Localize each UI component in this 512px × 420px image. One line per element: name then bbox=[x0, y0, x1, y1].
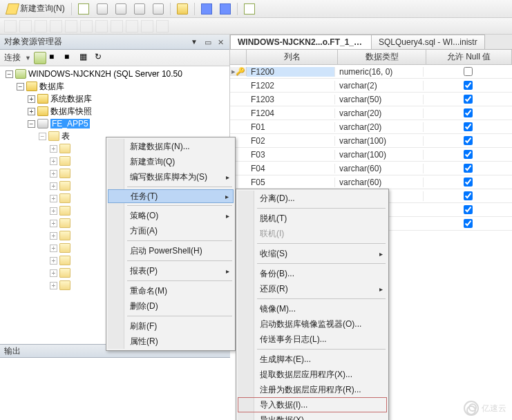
allow-null-checkbox[interactable] bbox=[464, 150, 473, 159]
cell-name[interactable]: F1203 bbox=[247, 95, 335, 104]
tree-server-node[interactable]: − WINDOWS-NJCKN2H (SQL Server 10.50 bbox=[3, 68, 229, 80]
menu-policy[interactable]: 策略(O)▸ bbox=[108, 208, 234, 223]
menu-import-data[interactable]: 导入数据(I)... bbox=[238, 397, 387, 412]
ghost-btn[interactable] bbox=[126, 20, 138, 32]
ghost-btn[interactable] bbox=[111, 20, 123, 32]
ghost-btn[interactable] bbox=[19, 20, 32, 32]
ghost-btn[interactable] bbox=[156, 20, 169, 32]
menu-new-db[interactable]: 新建数据库(N)... bbox=[108, 139, 234, 154]
table-row[interactable]: F02varchar(100) bbox=[230, 134, 512, 148]
ghost-btn[interactable] bbox=[35, 20, 47, 32]
menu-register-dt[interactable]: 注册为数据层应用程序(R)... bbox=[238, 382, 387, 397]
collapse-icon[interactable]: − bbox=[39, 133, 46, 140]
cell-name[interactable]: F1204 bbox=[247, 108, 335, 118]
expand-icon[interactable]: + bbox=[28, 108, 35, 115]
menu-extract-dt[interactable]: 提取数据层应用程序(X)... bbox=[238, 367, 387, 382]
cell-type[interactable]: varchar(2) bbox=[335, 81, 424, 90]
menu-script-as[interactable]: 编写数据库脚本为(S)▸ bbox=[108, 169, 234, 184]
table-row[interactable]: F05varchar(60) bbox=[230, 175, 512, 189]
cell-type[interactable]: varchar(100) bbox=[335, 150, 424, 160]
collapse-icon[interactable]: − bbox=[17, 83, 24, 90]
tb-open[interactable] bbox=[174, 1, 191, 17]
connect-label[interactable]: 连接 bbox=[4, 52, 21, 64]
menu-tasks[interactable]: 任务(T)▸ bbox=[108, 189, 234, 203]
col-type-header[interactable]: 数据类型 bbox=[338, 50, 426, 64]
tab-other[interactable]: SQLQuery4.sql - WI...inistr bbox=[371, 35, 485, 49]
menu-refresh[interactable]: 刷新(F) bbox=[108, 318, 234, 334]
ghost-btn[interactable] bbox=[50, 20, 62, 32]
dropdown-caret-icon[interactable]: ▼ bbox=[25, 55, 31, 61]
menu-new-query[interactable]: 新建查询(Q) bbox=[108, 154, 234, 169]
menu-reports[interactable]: 报表(P)▸ bbox=[108, 263, 234, 278]
tb-ico[interactable]: ▦ bbox=[79, 52, 92, 64]
tb-btn-5[interactable] bbox=[150, 1, 167, 17]
ghost-btn[interactable] bbox=[95, 20, 108, 32]
tree-db-root[interactable]: − 数据库 bbox=[3, 80, 229, 93]
grid-body[interactable]: ▸🔑F1200numeric(16, 0)F1202varchar(2)F120… bbox=[230, 65, 512, 189]
collapse-icon[interactable]: − bbox=[6, 70, 13, 78]
allow-null-checkbox[interactable] bbox=[464, 219, 473, 228]
ghost-btn[interactable] bbox=[4, 20, 17, 32]
menu-shrink[interactable]: 收缩(S)▸ bbox=[238, 246, 387, 261]
col-null-header[interactable]: 允许 Null 值 bbox=[426, 50, 512, 64]
table-row[interactable]: F03varchar(100) bbox=[230, 148, 512, 162]
tb-ico[interactable]: ■ bbox=[64, 52, 77, 64]
tree-sysdb[interactable]: + 系统数据库 bbox=[3, 93, 229, 105]
cell-name[interactable]: F01 bbox=[247, 122, 335, 132]
pin-icon[interactable]: ▭ bbox=[203, 37, 213, 47]
table-row[interactable]: F1204varchar(20) bbox=[230, 106, 512, 120]
collapse-icon[interactable]: − bbox=[28, 120, 35, 128]
new-query-button[interactable]: 新建查询(N) bbox=[4, 1, 68, 17]
table-row[interactable]: F1202varchar(2) bbox=[230, 79, 512, 93]
allow-null-checkbox[interactable] bbox=[464, 122, 473, 131]
cell-type[interactable]: varchar(20) bbox=[335, 122, 424, 132]
menu-gen-script[interactable]: 生成脚本(E)... bbox=[238, 352, 387, 367]
menu-mirror[interactable]: 镜像(M)... bbox=[238, 301, 387, 316]
expand-icon[interactable]: + bbox=[28, 95, 35, 103]
tb-btn-2[interactable] bbox=[94, 1, 111, 17]
cell-type[interactable]: varchar(20) bbox=[335, 108, 424, 118]
table-row[interactable]: F04varchar(60) bbox=[230, 162, 512, 175]
tb-ico[interactable]: ■ bbox=[49, 52, 61, 64]
menu-rename[interactable]: 重命名(M) bbox=[108, 283, 234, 298]
tree-dbsnap[interactable]: + 数据库快照 bbox=[3, 105, 229, 117]
cell-type[interactable]: varchar(50) bbox=[335, 95, 424, 104]
cell-name[interactable]: F02 bbox=[247, 136, 335, 146]
ghost-btn[interactable] bbox=[141, 20, 153, 32]
menu-powershell[interactable]: 启动 PowerShell(H) bbox=[108, 243, 234, 258]
menu-ship-log[interactable]: 传送事务日志(L)... bbox=[238, 332, 387, 347]
allow-null-checkbox[interactable] bbox=[464, 95, 473, 104]
menu-detach[interactable]: 分离(D)... bbox=[238, 191, 387, 206]
cell-type[interactable]: varchar(100) bbox=[335, 136, 424, 146]
tab-active[interactable]: WINDOWS-NJCKN2...o.FT_1_2016GY00 bbox=[230, 35, 372, 49]
allow-null-checkbox[interactable] bbox=[464, 67, 473, 76]
allow-null-checkbox[interactable] bbox=[464, 164, 473, 173]
menu-properties[interactable]: 属性(R) bbox=[108, 334, 234, 349]
cell-name[interactable]: F1202 bbox=[247, 81, 335, 90]
menu-mirror-monitor[interactable]: 启动数据库镜像监视器(O)... bbox=[238, 316, 387, 332]
tb-script[interactable] bbox=[241, 1, 258, 17]
table-row[interactable]: F01varchar(20) bbox=[230, 120, 512, 134]
allow-null-checkbox[interactable] bbox=[464, 81, 473, 90]
cell-name[interactable]: F05 bbox=[247, 178, 335, 187]
menu-offline[interactable]: 脱机(T) bbox=[238, 211, 387, 226]
cell-name[interactable]: F04 bbox=[247, 164, 335, 173]
allow-null-checkbox[interactable] bbox=[464, 191, 473, 200]
cell-name[interactable]: F1200 bbox=[247, 67, 335, 77]
col-name-header[interactable]: 列名 bbox=[247, 50, 338, 64]
connect-icon[interactable] bbox=[34, 52, 46, 64]
tree-selected-db[interactable]: − FE_APP5 bbox=[3, 117, 229, 130]
ghost-btn[interactable] bbox=[65, 20, 77, 32]
menu-facet[interactable]: 方面(A) bbox=[108, 223, 234, 238]
allow-null-checkbox[interactable] bbox=[464, 205, 473, 214]
allow-null-checkbox[interactable] bbox=[464, 108, 473, 117]
cell-type[interactable]: varchar(60) bbox=[335, 178, 424, 187]
panel-dropdown-icon[interactable]: ▼ bbox=[191, 38, 198, 46]
tb-btn-3[interactable] bbox=[113, 1, 129, 17]
tb-saveall[interactable] bbox=[217, 1, 234, 17]
tb-save[interactable] bbox=[198, 1, 215, 17]
cell-name[interactable]: F03 bbox=[247, 150, 335, 160]
tb-btn-1[interactable] bbox=[75, 1, 92, 17]
allow-null-checkbox[interactable] bbox=[464, 178, 473, 187]
allow-null-checkbox[interactable] bbox=[464, 136, 473, 145]
